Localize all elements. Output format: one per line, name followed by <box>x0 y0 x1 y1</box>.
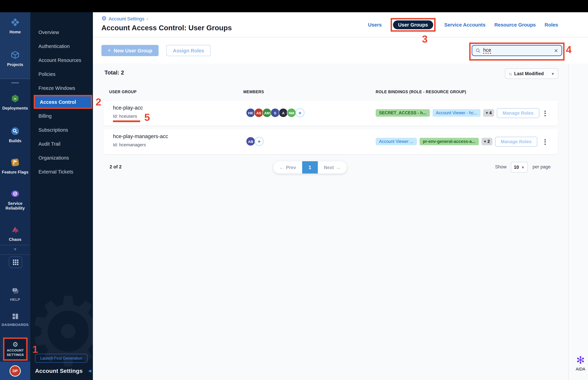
sidebar-item-dashboards[interactable]: DASHBOARDS <box>0 313 30 327</box>
sidebar-collapse-icon[interactable]: ◀ <box>88 368 91 373</box>
more-roles-badge[interactable]: + 2 <box>481 138 492 145</box>
sidebar-item-label: DASHBOARDS <box>2 323 29 327</box>
chevron-down-icon[interactable]: ▼ <box>0 247 30 252</box>
sidebar-item-label: Builds <box>9 138 21 143</box>
sidebar-item-account-settings[interactable]: ⚙ ACCOUNT SETTINGS <box>3 338 28 361</box>
breadcrumb-separator-icon: › <box>147 16 148 21</box>
content-right-divider <box>568 12 569 380</box>
sidebar-item-policies[interactable]: Policies <box>30 67 93 81</box>
feature-flags-icon <box>11 158 20 168</box>
account-settings-menu: Overview Authentication Account Resource… <box>30 25 93 179</box>
sidebar-item-authentication[interactable]: Authentication <box>30 39 93 53</box>
sidebar-item-home[interactable]: Home <box>0 18 30 35</box>
clear-search-icon[interactable]: ✕ <box>554 48 558 53</box>
column-header-user-group: USER GROUP <box>109 90 137 94</box>
sort-label: Last Modified <box>514 71 544 76</box>
sidebar-item-subscriptions[interactable]: Subscriptions <box>30 123 93 137</box>
account-settings-sidebar: Overview Authentication Account Resource… <box>30 12 93 380</box>
sidebar-item-freeze-windows[interactable]: Freeze Windows <box>30 81 93 95</box>
module-picker-button[interactable] <box>9 257 22 268</box>
annotation-step-2: 2 <box>96 97 101 107</box>
add-member-button[interactable]: + <box>255 137 264 146</box>
sidebar-item-overview[interactable]: Overview <box>30 25 93 39</box>
manage-roles-button[interactable]: Manage Roles <box>495 137 537 147</box>
aida-widget[interactable]: ✻ AIDA <box>574 355 587 372</box>
role-binding-chip[interactable]: pr-env-general-access-a... <box>419 138 479 145</box>
row-menu-icon[interactable] <box>542 109 548 118</box>
dashboards-icon <box>12 313 19 321</box>
tab-resource-groups[interactable]: Resource Groups <box>494 22 536 28</box>
sidebar-item-label: HELP <box>10 297 20 302</box>
new-user-group-label: New User Group <box>114 48 152 53</box>
sidebar-item-billing[interactable]: Billing <box>30 109 93 123</box>
aida-label: AIDA <box>574 367 587 372</box>
sidebar-item-deployments[interactable]: ∞ Deployments <box>0 94 30 111</box>
more-roles-badge[interactable]: + 4 <box>483 109 494 117</box>
member-avatar[interactable]: NM <box>287 108 296 117</box>
show-label: Show <box>495 164 507 170</box>
sidebar-item-access-control[interactable]: Access Control <box>35 96 91 108</box>
manage-roles-button[interactable]: Manage Roles <box>497 108 539 118</box>
user-avatar[interactable]: DP <box>10 365 21 377</box>
member-avatar[interactable]: A <box>279 108 288 117</box>
page-size-select[interactable]: 10 ▼ <box>511 162 528 172</box>
role-binding-chip[interactable]: SECRET_ACCESS - h... <box>376 109 430 117</box>
annotation-underline-step5 <box>113 120 140 122</box>
user-group-name[interactable]: hce-play-acc <box>113 105 143 111</box>
pagination: ← Prev 1 Next → <box>273 161 347 173</box>
breadcrumb-account-settings-link[interactable]: Account Settings <box>109 16 144 21</box>
tab-service-accounts[interactable]: Service Accounts <box>444 22 485 28</box>
page-size-value: 10 <box>514 165 519 170</box>
annotation-step-3: 3 <box>422 34 428 44</box>
sidebar-item-projects[interactable]: Projects <box>0 50 30 67</box>
member-avatar[interactable]: AS <box>254 108 263 117</box>
arrow-right-icon: → <box>336 165 341 170</box>
pagination-range: 2 of 2 <box>110 164 122 170</box>
annotation-step-5: 5 <box>144 112 150 122</box>
sidebar-item-feature-flags[interactable]: Feature Flags <box>0 158 30 175</box>
chevron-down-icon: ▼ <box>521 165 525 169</box>
sidebar-item-service-reliability[interactable]: Service Reliability <box>0 189 30 211</box>
next-label: Next <box>324 165 334 170</box>
gear-icon: ⚙ <box>12 341 18 348</box>
tab-roles[interactable]: Roles <box>545 22 558 28</box>
next-page-button[interactable]: Next → <box>318 161 347 173</box>
per-page-label: per page <box>532 164 551 170</box>
search-value: hce <box>483 47 491 54</box>
sidebar-item-help[interactable]: ? HELP <box>0 287 30 302</box>
sidebar-item-external-tickets[interactable]: External Tickets <box>30 165 93 179</box>
new-user-group-button[interactable]: + New User Group <box>101 45 158 56</box>
user-group-name[interactable]: hce-play-managers-acc <box>113 133 168 139</box>
role-bindings: SECRET_ACCESS - h... Account Viewer - hc… <box>376 100 539 126</box>
sidebar-item-account-resources[interactable]: Account Resources <box>30 53 93 67</box>
member-avatar[interactable]: AM <box>262 108 271 117</box>
search-input[interactable]: hce ✕ <box>472 45 562 56</box>
member-avatar[interactable]: HK <box>246 108 255 117</box>
launch-first-generation-button[interactable]: Launch First Generation <box>35 354 87 363</box>
role-binding-chip[interactable]: Account Viewer ... <box>376 138 417 145</box>
sidebar-item-audit-trail[interactable]: Audit Trail <box>30 137 93 151</box>
annotation-step-1: 1 <box>32 344 38 355</box>
tab-user-groups[interactable]: User Groups <box>393 20 433 29</box>
sidebar-item-builds[interactable]: Builds <box>0 127 30 143</box>
add-member-button[interactable]: + <box>295 108 304 117</box>
sidebar-item-organizations[interactable]: Organizations <box>30 151 93 165</box>
sort-dropdown[interactable]: ↑↓ Last Modified ▼ <box>505 68 558 79</box>
member-avatars: HK AS AM S A NM + <box>246 108 304 117</box>
main-content: ⚙ Account Settings › Account Access Cont… <box>93 12 588 380</box>
role-binding-chip[interactable]: Account Viewer - hc... <box>433 109 481 117</box>
user-group-row[interactable]: hce-play-managers-acc Id: hcemanagers AB… <box>103 129 558 154</box>
member-avatar[interactable]: AB <box>246 137 255 146</box>
assign-roles-button[interactable]: Assign Roles <box>166 45 211 56</box>
user-group-id: Id: hceusers <box>113 114 137 119</box>
tab-users[interactable]: Users <box>368 22 382 28</box>
row-menu-icon[interactable] <box>542 137 548 146</box>
user-group-id: Id: hcemanagers <box>113 142 146 147</box>
member-avatar[interactable]: S <box>270 108 280 117</box>
access-control-tabs: Users User Groups Service Accounts Resou… <box>368 12 558 38</box>
user-group-row[interactable]: hce-play-acc Id: hceusers HK AS AM S A N… <box>103 100 558 126</box>
current-page-button[interactable]: 1 <box>302 161 318 173</box>
sidebar-item-chaos[interactable]: Chaos <box>0 225 30 242</box>
sidebar-collapse-dash[interactable] <box>11 82 19 83</box>
prev-page-button[interactable]: ← Prev <box>273 161 302 173</box>
